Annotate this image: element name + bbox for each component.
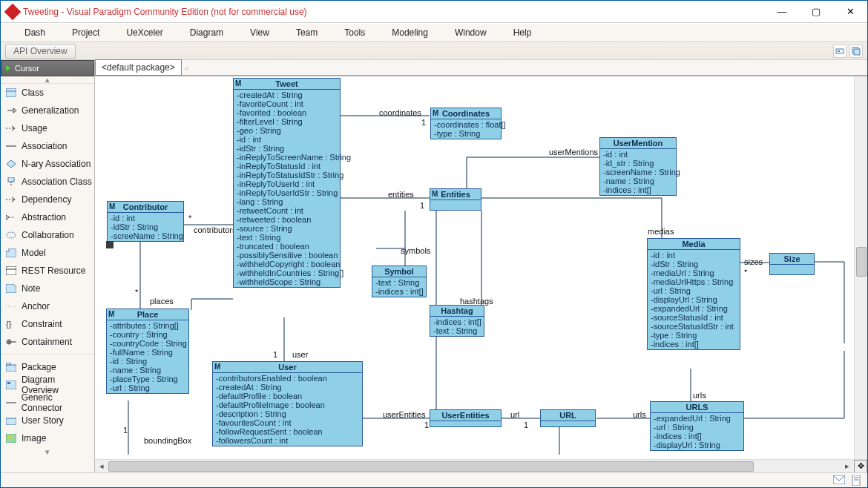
svg-point-16	[7, 232, 16, 238]
menu-tools[interactable]: Tools	[331, 24, 378, 41]
class-contributor[interactable]: MContributor -id : int-idStr : String-sc…	[107, 201, 184, 242]
menu-modeling[interactable]: Modeling	[378, 24, 441, 41]
containment-icon	[5, 337, 17, 347]
tool-abstraction[interactable]: Abstraction	[1, 208, 94, 226]
svg-rect-1	[838, 50, 840, 52]
svg-rect-33	[6, 434, 16, 443]
class-symbol[interactable]: Symbol -text : String-indices : int[]	[372, 266, 427, 297]
layers-icon[interactable]	[849, 44, 863, 58]
tool-model[interactable]: Model	[1, 244, 94, 262]
api-overview-tab[interactable]: API Overview	[5, 44, 76, 59]
svg-rect-4	[6, 88, 16, 97]
tool-class[interactable]: Class	[1, 84, 94, 102]
user-story-icon	[5, 415, 17, 426]
svg-rect-36	[852, 475, 860, 486]
maximize-button[interactable]: ▢	[799, 1, 833, 22]
generalization-icon	[5, 105, 17, 116]
tool-association[interactable]: Association	[1, 137, 94, 155]
class-url[interactable]: URL	[540, 409, 596, 427]
horizontal-scrollbar[interactable]: ◂ ▸ ✥	[95, 459, 867, 472]
class-user[interactable]: MUser -contributorsEnabled : boolean-cre…	[212, 361, 363, 446]
menu-bar: Dash Project UeXceler Diagram View Team …	[1, 23, 867, 42]
package-tab[interactable]: <default package>	[95, 59, 182, 76]
tool-user-story[interactable]: User Story	[1, 412, 94, 429]
close-button[interactable]: ✕	[833, 1, 867, 22]
diagram-canvas[interactable]: coordinates 1 * contributors * places en…	[95, 76, 854, 459]
diagram-overview-icon	[5, 380, 17, 390]
class-tweet[interactable]: MTweet -createdAt : String-favoriteCount…	[233, 78, 341, 288]
minimize-button[interactable]: —	[765, 1, 799, 22]
svg-rect-3	[854, 49, 860, 55]
class-entities[interactable]: MEntities	[430, 188, 481, 211]
collaboration-icon	[5, 230, 17, 240]
tool-image[interactable]: Image	[1, 429, 94, 447]
tool-package[interactable]: Package	[1, 358, 94, 376]
assoc-class-icon	[5, 177, 17, 187]
class-media[interactable]: Media -id : int-idStr : String-mediaUrl …	[647, 238, 740, 350]
tool-generic-connector[interactable]: Generic Connector	[1, 394, 94, 412]
overview-icon[interactable]	[833, 44, 846, 58]
svg-rect-30	[7, 382, 10, 384]
tool-association-class[interactable]: Association Class	[1, 173, 94, 191]
pan-icon[interactable]: ✥	[854, 460, 867, 473]
svg-rect-11	[8, 177, 14, 182]
nary-icon	[5, 159, 17, 169]
tool-cursor[interactable]: Cursor	[1, 60, 94, 76]
vertical-scrollbar[interactable]	[854, 76, 867, 459]
dependency-icon	[5, 194, 17, 205]
v-scroll-thumb[interactable]	[856, 247, 867, 277]
association-icon	[5, 141, 17, 151]
menu-uexceler[interactable]: UeXceler	[113, 24, 176, 41]
tool-diagram-overview[interactable]: Diagram Overview	[1, 376, 94, 394]
image-icon	[5, 433, 17, 444]
menu-project[interactable]: Project	[59, 24, 113, 41]
class-hashtag[interactable]: Hashtag -indices : int[]-text : String	[430, 305, 484, 337]
tool-generalization[interactable]: Generalization	[1, 102, 94, 119]
tool-collaboration[interactable]: Collaboration	[1, 226, 94, 244]
class-usermention[interactable]: UserMention -id : int-id_str : String-sc…	[599, 137, 677, 196]
h-scroll-thumb[interactable]	[108, 461, 754, 472]
svg-rect-27	[6, 365, 16, 372]
svg-marker-7	[13, 108, 16, 113]
menu-team[interactable]: Team	[283, 24, 331, 41]
toolbar: API Overview	[1, 42, 867, 60]
h-scroll-right[interactable]: ▸	[841, 461, 854, 471]
tool-usage[interactable]: Usage	[1, 119, 94, 137]
svg-rect-32	[6, 418, 16, 425]
class-coordinates[interactable]: MCoordinates -coordinates : float[]-type…	[430, 108, 502, 139]
rest-icon	[5, 266, 17, 276]
svg-rect-28	[6, 363, 10, 365]
class-urls[interactable]: URLS -expandedUrl : String-url : String-…	[650, 401, 744, 451]
svg-marker-10	[7, 160, 16, 168]
generic-connector-icon	[5, 398, 17, 408]
mail-icon[interactable]	[833, 475, 845, 486]
class-place[interactable]: MPlace -attributes : String[]-country : …	[106, 309, 189, 394]
tool-anchor[interactable]: Anchor	[1, 297, 94, 315]
note-icon	[106, 241, 114, 248]
menu-help[interactable]: Help	[500, 24, 545, 41]
tool-dependency[interactable]: Dependency	[1, 191, 94, 208]
search-icon[interactable]: ⌕	[185, 64, 188, 71]
tool-nary-association[interactable]: N-ary Association	[1, 155, 94, 173]
class-icon	[5, 88, 17, 98]
model-icon	[5, 248, 17, 258]
tool-containment[interactable]: Containment	[1, 333, 94, 351]
palette-collapse-up[interactable]: ▴	[1, 76, 94, 84]
tool-rest-resource[interactable]: REST Resource	[1, 262, 94, 280]
tool-note[interactable]: Note	[1, 280, 94, 297]
class-size[interactable]: Size	[769, 253, 815, 275]
menu-dash[interactable]: Dash	[11, 24, 59, 41]
svg-rect-29	[6, 380, 16, 389]
class-userentities[interactable]: UserEntities	[430, 409, 502, 427]
svg-text:{}: {}	[6, 320, 12, 329]
menu-view[interactable]: View	[237, 24, 283, 41]
svg-point-34	[7, 435, 10, 438]
menu-diagram[interactable]: Diagram	[177, 24, 237, 41]
palette-collapse-down[interactable]: ▾	[1, 447, 94, 456]
h-scroll-left[interactable]: ◂	[95, 461, 108, 471]
note-icon	[5, 283, 17, 294]
note-status-icon[interactable]	[851, 475, 863, 486]
app-icon	[4, 3, 22, 20]
tool-constraint[interactable]: {}Constraint	[1, 315, 94, 333]
menu-window[interactable]: Window	[441, 24, 500, 41]
